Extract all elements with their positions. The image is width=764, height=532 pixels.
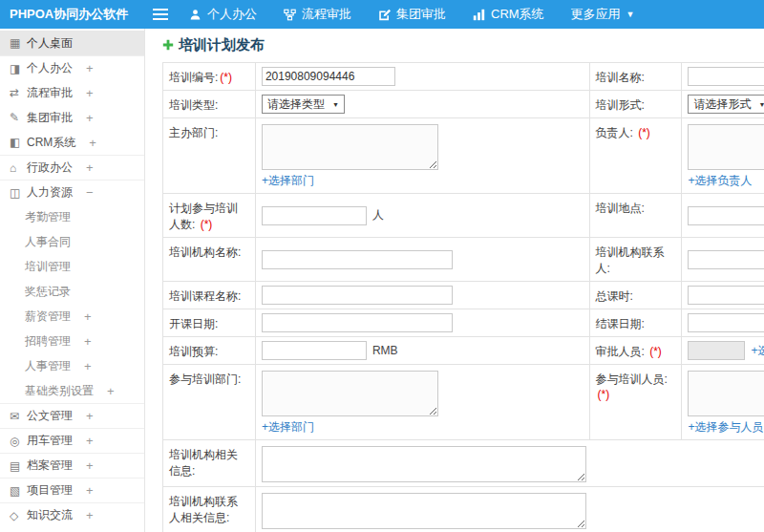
training-type-select[interactable]: 请选择类型 ▼ <box>262 95 345 114</box>
field-label: 培训机构联系人: <box>590 238 683 282</box>
expand-toggle[interactable]: + <box>86 61 94 75</box>
course-name-input[interactable] <box>262 286 453 305</box>
form-row: 培训机构联系人相关信息: <box>163 487 764 532</box>
select-leader-link[interactable]: +选择负责人 <box>688 173 752 189</box>
sidebar-item-crm[interactable]: ◧ CRM系统 + <box>0 130 144 155</box>
person-icon <box>189 9 202 21</box>
expand-toggle[interactable]: + <box>107 384 115 398</box>
training-plan-form: 培训编号:(*) 培训名称: 培训类型: 请选择类型 ▼ 培训形式: 请选择形式 <box>162 62 764 532</box>
field-label: 培训课程名称: <box>163 282 256 309</box>
sidebar-item-label: 知识交流 <box>27 507 73 523</box>
sidebar-item-archive[interactable]: ▤ 档案管理 + <box>0 453 144 478</box>
sidebar-item-label: 档案管理 <box>27 458 73 474</box>
expand-toggle[interactable]: + <box>89 136 96 150</box>
hamburger-menu-icon[interactable] <box>145 9 176 20</box>
sidebar-item-salary[interactable]: 薪资管理 + <box>0 304 144 329</box>
nav-personal-office[interactable]: 个人办公 <box>176 0 270 29</box>
sidebar-item-label: 流程审批 <box>27 85 73 101</box>
join-dept-textarea[interactable] <box>262 371 438 416</box>
expand-toggle[interactable]: + <box>86 86 94 100</box>
nav-workflow-approval[interactable]: 流程审批 <box>270 0 365 29</box>
expand-toggle[interactable]: + <box>86 434 94 448</box>
approver-input[interactable] <box>688 341 745 360</box>
training-mode-select[interactable]: 请选择形式 ▼ <box>688 95 764 114</box>
nav-crm-system[interactable]: CRM系统 <box>459 0 558 29</box>
total-hours-input[interactable] <box>688 286 764 305</box>
leader-textarea[interactable] <box>688 124 764 170</box>
required-mark: (*) <box>220 71 232 84</box>
topbar: PHPOA协同办公软件 个人办公 流程审批 集团审批 CRM系统 <box>0 0 764 29</box>
training-no-input[interactable] <box>262 67 395 86</box>
required-mark: (*) <box>201 218 213 231</box>
nav-group-approval[interactable]: 集团审批 <box>365 0 459 29</box>
collapse-toggle[interactable]: − <box>86 185 94 200</box>
expand-toggle[interactable]: + <box>84 359 92 373</box>
building-icon: ⌂ <box>10 161 27 175</box>
field-label: 培训机构名称: <box>163 238 256 282</box>
required-mark: (*) <box>598 388 610 401</box>
sidebar-item-reward-punishment[interactable]: 奖惩记录 <box>0 279 144 304</box>
expand-toggle[interactable]: + <box>84 334 92 349</box>
sidebar-item-workflow-approval[interactable]: ⇄ 流程审批 + <box>0 80 144 105</box>
expand-toggle[interactable]: + <box>86 160 94 175</box>
select-value: 请选择类型 <box>267 96 325 113</box>
required-mark: (*) <box>638 126 650 139</box>
sidebar-item-label: 集团审批 <box>27 110 73 126</box>
join-people-textarea[interactable] <box>688 371 764 416</box>
form-row: 培训类型: 请选择类型 ▼ 培训形式: 请选择形式 ▼ <box>163 91 764 118</box>
host-dept-textarea[interactable] <box>262 124 438 170</box>
org-name-input[interactable] <box>262 250 453 269</box>
sidebar-item-vehicle[interactable]: ◎ 用车管理 + <box>0 428 144 453</box>
sidebar-item-group-approval[interactable]: ✎ 集团审批 + <box>0 105 144 130</box>
desktop-icon: ▦ <box>10 36 27 50</box>
select-join-dept-link[interactable]: +选择部门 <box>262 419 314 436</box>
select-approver-link[interactable]: +选择审批人员 <box>751 343 764 359</box>
org-contact-info-textarea[interactable] <box>262 493 586 529</box>
location-input[interactable] <box>688 206 764 225</box>
field-label: 负责人: (*) <box>590 118 683 194</box>
org-info-textarea[interactable] <box>262 446 586 482</box>
sidebar-item-personnel[interactable]: 人事管理 + <box>0 353 144 378</box>
page-title-text: 培训计划发布 <box>179 36 265 54</box>
nav-label: CRM系统 <box>491 6 544 23</box>
sidebar-item-training[interactable]: 培训管理 <box>0 254 144 279</box>
sidebar-item-attendance[interactable]: 考勤管理 <box>0 204 144 229</box>
sidebar-item-hr[interactable]: ◫ 人力资源 − <box>0 180 144 204</box>
sidebar-item-knowledge[interactable]: ◇ 知识交流 + <box>0 502 144 527</box>
expand-toggle[interactable]: + <box>86 409 94 423</box>
field-label: 计划参与培训人数: (*) <box>163 194 256 238</box>
sidebar-item-label: CRM系统 <box>27 135 75 151</box>
field-label: 培训预算: <box>163 337 256 365</box>
sidebar-item-personal-office[interactable]: ◨ 个人办公 + <box>0 55 144 80</box>
sidebar-item-desktop[interactable]: ▦ 个人桌面 <box>0 31 144 55</box>
sidebar-item-label: 行政办公 <box>27 160 73 176</box>
form-row: 培训预算: RMB 审批人员: (*) +选择审批人员 <box>163 337 764 365</box>
sidebar-item-hr-contract[interactable]: 人事合同 <box>0 229 144 254</box>
training-name-input[interactable] <box>688 67 764 86</box>
sidebar-item-official-doc[interactable]: ✉ 公文管理 + <box>0 403 144 428</box>
nav-more-apps[interactable]: 更多应用 ▼ <box>558 0 648 29</box>
expand-toggle[interactable]: + <box>86 111 94 125</box>
form-row: 培训机构名称: 培训机构联系人: <box>163 238 764 282</box>
sidebar-item-project[interactable]: ▧ 项目管理 + <box>0 478 144 502</box>
nav-label: 更多应用 <box>571 6 621 23</box>
required-mark: (*) <box>649 345 662 358</box>
start-date-input[interactable] <box>262 313 453 332</box>
org-contact-input[interactable] <box>688 250 764 269</box>
expand-toggle[interactable]: + <box>84 309 92 324</box>
sidebar-item-recruitment[interactable]: 招聘管理 + <box>0 329 144 353</box>
sidebar-item-label: 考勤管理 <box>25 209 71 225</box>
end-date-input[interactable] <box>688 313 764 332</box>
sidebar-item-base-category[interactable]: 基础类别设置 + <box>0 378 144 403</box>
field-label: 培训机构相关信息: <box>163 440 256 487</box>
select-join-people-link[interactable]: +选择参与人员 <box>688 419 763 436</box>
budget-input[interactable] <box>262 341 367 360</box>
sidebar-item-admin-office[interactable]: ⌂ 行政办公 + <box>0 155 144 180</box>
select-dept-link[interactable]: +选择部门 <box>262 173 314 189</box>
expand-toggle[interactable]: + <box>86 508 94 522</box>
expand-toggle[interactable]: + <box>86 483 94 498</box>
sidebar-item-label: 招聘管理 <box>25 333 71 350</box>
participant-count-input[interactable] <box>262 206 367 225</box>
form-row: 计划参与培训人数: (*) 人 培训地点: <box>163 194 764 238</box>
expand-toggle[interactable]: + <box>86 458 94 473</box>
